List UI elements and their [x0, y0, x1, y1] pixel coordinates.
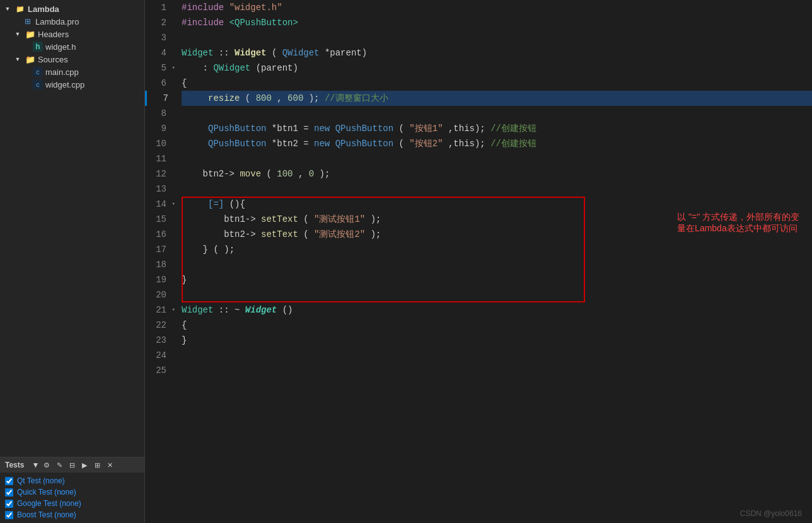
token-4b: ( — [272, 48, 277, 58]
tree-item-headers[interactable]: ▼ 📁 Headers — [0, 28, 144, 40]
tests-run-icon[interactable]: ▶ — [79, 460, 90, 470]
line-num-7: 7 — [145, 91, 177, 106]
code-line-8 — [182, 106, 812, 121]
annotation-line1: 以 "=" 方式传递，外部所有的变 — [677, 212, 799, 223]
token-angle-2: <QPushButton> — [229, 18, 298, 28]
code-line-9: QPushButton *btn1 = new QPushButton ( "按… — [182, 121, 812, 136]
code-line-5: : QWidget (parent) — [182, 60, 812, 76]
tree-item-sources[interactable]: ▼ 📁 Sources — [0, 53, 144, 66]
token-21b: :: — [219, 305, 229, 315]
token-class-21: Widget — [182, 305, 213, 315]
token-7b: ( — [245, 93, 250, 103]
line-num-18: 18 — [145, 257, 177, 272]
tree-item-widget-h[interactable]: h widget.h — [0, 40, 144, 53]
tests-filter-icon[interactable]: ⚙ — [42, 460, 52, 470]
test-label-qt: Qt Test (none) — [17, 476, 65, 485]
line-num-2: 2 — [145, 15, 177, 30]
token-str-9: "按钮1" — [409, 124, 443, 134]
token-include-2: #include — [182, 18, 224, 28]
tree-item-lambda-pro[interactable]: ⊞ Lambda.pro — [0, 15, 144, 28]
token-9b: *btn1 = — [272, 124, 314, 134]
line-num-3: 3 — [145, 30, 177, 45]
token-num-7a: 800 — [256, 93, 272, 103]
token-new-10: new — [314, 139, 330, 149]
token-type-9: QPushButton — [208, 124, 266, 134]
code-line-18 — [182, 257, 812, 272]
token-type2-10: QPushButton — [335, 139, 393, 149]
token-lambda-cap: [=] — [208, 199, 224, 209]
fold-icon-21[interactable]: ▾ — [172, 302, 175, 318]
token-type-10: QPushButton — [208, 139, 266, 149]
headers-arrow-icon: ▼ — [13, 29, 23, 39]
token-12c: , — [298, 169, 303, 179]
tree-label-lambda-pro: Lambda.pro — [35, 17, 79, 26]
token-15b: ( — [303, 214, 308, 224]
pro-icon: ⊞ — [23, 16, 33, 26]
tests-edit-icon[interactable]: ✎ — [54, 460, 64, 470]
tests-close-icon[interactable]: ✕ — [105, 460, 115, 470]
line-num-5: 5 ▾ — [145, 60, 177, 76]
token-19a: } — [182, 275, 187, 285]
token-17a: } — [182, 244, 208, 255]
code-line-22: { — [182, 318, 812, 333]
code-line-4: Widget :: Widget ( QWidget *parent) — [182, 45, 812, 60]
code-lines[interactable]: #include "widget.h" #include <QPushButto… — [177, 0, 812, 523]
test-checkbox-google[interactable] — [5, 500, 13, 508]
fold-icon-5[interactable]: ▾ — [172, 60, 175, 76]
line-num-6: 6 — [145, 76, 177, 91]
token-14b: (){ — [229, 199, 245, 209]
test-checkbox-qt[interactable] — [5, 477, 13, 485]
code-line-20 — [182, 287, 812, 302]
headers-folder-icon: 📁 — [25, 29, 35, 39]
test-checkbox-boost[interactable] — [5, 511, 13, 519]
token-new-9: new — [314, 124, 330, 134]
code-scroll-area[interactable]: 1 2 3 4 5 ▾ 6 7 8 9 10 11 12 13 14 ▾ — [145, 0, 812, 523]
code-line-19: } — [182, 272, 812, 287]
token-21c: () — [282, 305, 293, 315]
tests-list: Qt Test (none) Quick Test (none) Google … — [0, 473, 144, 523]
token-include-1: #include — [182, 3, 224, 13]
tree-label-main-cpp: main.cpp — [45, 67, 79, 77]
line-num-16: 16 — [145, 227, 177, 242]
token-dtor-21: Widget — [245, 305, 277, 315]
code-line-3 — [182, 30, 812, 45]
line-num-13: 13 — [145, 181, 177, 197]
line-num-23: 23 — [145, 333, 177, 348]
line-num-12: 12 — [145, 166, 177, 181]
token-12b: ( — [266, 169, 271, 179]
token-comment-10: //创建按钮 — [490, 139, 536, 149]
code-line-24 — [182, 348, 812, 363]
folder-icon: 📁 — [15, 4, 25, 14]
code-line-13 — [182, 181, 812, 197]
line-num-8: 8 — [145, 106, 177, 121]
fold-icon-14[interactable]: ▾ — [172, 197, 175, 212]
tests-stop-icon[interactable]: ⊟ — [67, 460, 77, 470]
line-num-22: 22 — [145, 318, 177, 333]
code-line-25 — [182, 363, 812, 378]
line-num-1: 1 — [145, 0, 177, 15]
token-string-1: "widget.h" — [229, 3, 282, 13]
file-tree: ▼ 📁 Lambda ⊞ Lambda.pro ▼ 📁 Headers h wi… — [0, 0, 144, 457]
line-num-25: 25 — [145, 363, 177, 378]
token-num-12a: 100 — [277, 169, 293, 179]
line-num-15: 15 — [145, 212, 177, 227]
token-12a: btn2-> — [182, 169, 235, 179]
tree-item-widget-cpp[interactable]: c widget.cpp — [0, 78, 144, 91]
test-checkbox-quick[interactable] — [5, 488, 13, 497]
code-line-1: #include "widget.h" — [182, 0, 812, 15]
token-comment-7: //调整窗口大小 — [325, 93, 388, 103]
token-15a: btn1-> — [182, 214, 256, 224]
token-str-16: "测试按钮2" — [314, 229, 365, 239]
code-line-12: btn2-> move ( 100 , 0 ); — [182, 166, 812, 181]
token-10a — [182, 139, 203, 149]
token-17c: ); — [224, 244, 235, 255]
tree-label-widget-cpp: widget.cpp — [45, 80, 84, 89]
tests-more-icon[interactable]: ⊞ — [92, 460, 102, 470]
tree-item-main-cpp[interactable]: c main.cpp — [0, 66, 144, 78]
tree-label-sources: Sources — [38, 55, 68, 64]
line-num-21: 21 ▾ — [145, 302, 177, 318]
token-str-10: "按钮2" — [409, 139, 443, 149]
token-9d: ( — [399, 124, 404, 134]
tree-item-lambda[interactable]: ▼ 📁 Lambda — [0, 3, 144, 15]
token-class-5: QWidget — [213, 63, 250, 73]
